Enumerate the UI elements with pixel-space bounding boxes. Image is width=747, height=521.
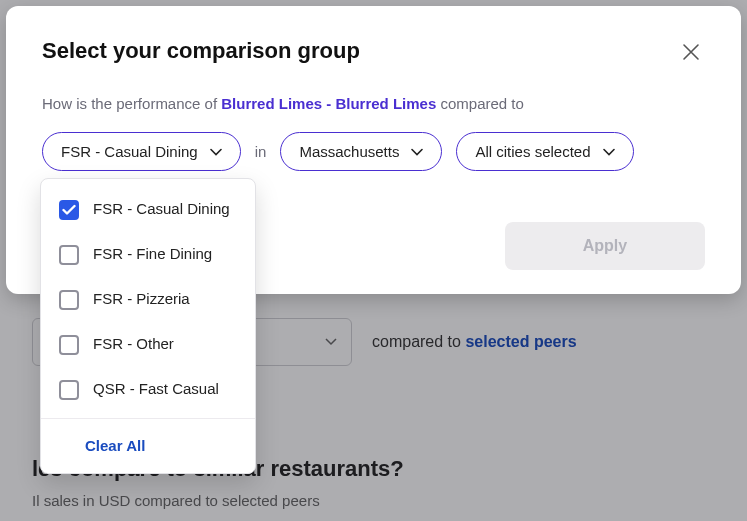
modal-title: Select your comparison group bbox=[42, 38, 360, 64]
segment-option[interactable]: FSR - Fine Dining bbox=[41, 232, 255, 277]
checkbox[interactable] bbox=[59, 380, 79, 400]
option-label: QSR - Fast Casual bbox=[93, 379, 219, 399]
region-filter-label: Massachusetts bbox=[299, 143, 399, 160]
checkbox[interactable] bbox=[59, 335, 79, 355]
segment-dropdown: FSR - Casual DiningFSR - Fine DiningFSR … bbox=[40, 178, 256, 474]
apply-button[interactable]: Apply bbox=[505, 222, 705, 270]
lead-text: How is the performance of Blurred Limes … bbox=[42, 95, 705, 112]
chevron-down-icon bbox=[603, 148, 615, 156]
option-label: FSR - Casual Dining bbox=[93, 199, 230, 219]
region-filter[interactable]: Massachusetts bbox=[280, 132, 442, 171]
checkbox[interactable] bbox=[59, 245, 79, 265]
clear-all-button[interactable]: Clear All bbox=[59, 437, 145, 454]
close-icon bbox=[681, 42, 701, 62]
modal-actions: Apply bbox=[505, 222, 705, 270]
option-label: FSR - Other bbox=[93, 334, 174, 354]
segment-option[interactable]: FSR - Casual Dining bbox=[41, 187, 255, 232]
segment-option[interactable]: FSR - Other bbox=[41, 322, 255, 367]
chevron-down-icon bbox=[411, 148, 423, 156]
clear-row: Clear All bbox=[41, 418, 255, 473]
close-button[interactable] bbox=[677, 38, 705, 69]
brand-name: Blurred Limes - Blurred Limes bbox=[221, 95, 436, 112]
option-label: FSR - Pizzeria bbox=[93, 289, 190, 309]
checkbox[interactable] bbox=[59, 200, 79, 220]
lead-prefix: How is the performance of bbox=[42, 95, 221, 112]
cities-filter-label: All cities selected bbox=[475, 143, 590, 160]
filter-row: FSR - Casual Dining in Massachusetts All… bbox=[42, 132, 705, 171]
segment-filter-label: FSR - Casual Dining bbox=[61, 143, 198, 160]
chevron-down-icon bbox=[210, 148, 222, 156]
cities-filter[interactable]: All cities selected bbox=[456, 132, 633, 171]
segment-option[interactable]: QSR - Fast Casual bbox=[41, 367, 255, 412]
segment-filter[interactable]: FSR - Casual Dining bbox=[42, 132, 241, 171]
checkbox[interactable] bbox=[59, 290, 79, 310]
lead-suffix: compared to bbox=[436, 95, 524, 112]
segment-option[interactable]: FSR - Pizzeria bbox=[41, 277, 255, 322]
in-text: in bbox=[255, 143, 267, 160]
option-label: FSR - Fine Dining bbox=[93, 244, 212, 264]
modal-header: Select your comparison group bbox=[42, 38, 705, 69]
check-icon bbox=[62, 204, 76, 216]
